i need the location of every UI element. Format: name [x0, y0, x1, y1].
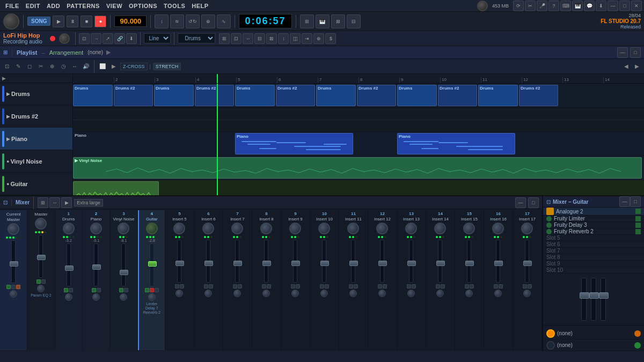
pl-tool-snap[interactable]: ⊡: [2, 62, 12, 71]
pl-tool-6[interactable]: 🔊: [81, 62, 91, 71]
drums-select[interactable]: Drums: [178, 33, 215, 43]
ch-btn-14[interactable]: [436, 284, 440, 289]
fader-master[interactable]: [37, 255, 46, 260]
none-select-1[interactable]: (none): [546, 328, 641, 339]
window-min[interactable]: —: [608, 1, 618, 11]
send-knob-17[interactable]: [523, 290, 531, 297]
pl-scrollbar-right[interactable]: ▶: [632, 62, 642, 71]
none-btn-2[interactable]: [546, 341, 555, 350]
send-knob-6[interactable]: [204, 290, 212, 297]
t2-btn-9[interactable]: ⊕: [313, 33, 324, 44]
sys-btn-7[interactable]: 💬: [584, 1, 595, 11]
ch-btn-m-5[interactable]: [180, 284, 184, 289]
pl-tool-cut[interactable]: ✂: [36, 62, 46, 71]
mixer-ch-11[interactable]: 11 Insert 11: [339, 210, 368, 350]
send-knob-current[interactable]: [10, 290, 17, 298]
pl-tool-zoom[interactable]: ⊕: [47, 62, 57, 71]
ch-btn-mute-2[interactable]: [97, 288, 101, 292]
send-knob-7[interactable]: [233, 290, 241, 297]
ch-knob-7[interactable]: [231, 223, 243, 234]
fx-slot-1[interactable]: Fruity Limiter: [543, 216, 644, 222]
play-btn[interactable]: ▶: [53, 16, 64, 27]
ch-knob-11[interactable]: [347, 223, 359, 234]
clip-drums2-5[interactable]: Drums #2: [438, 85, 477, 106]
mr-min-btn[interactable]: —: [619, 196, 630, 207]
sys-btn-8[interactable]: ⬇: [596, 1, 606, 11]
t2-btn-8[interactable]: ⇥: [302, 33, 312, 44]
ch-knob-master[interactable]: [35, 218, 47, 230]
fader-8[interactable]: [262, 261, 271, 266]
ch-knob-12[interactable]: [376, 223, 388, 234]
timeline-ruler[interactable]: 234567891011121314: [73, 74, 644, 84]
ch-knob-2[interactable]: [90, 223, 102, 234]
clip-drums-2[interactable]: Drums: [154, 85, 194, 106]
ch-btn-6[interactable]: [204, 284, 208, 289]
routing-btn[interactable]: →: [91, 33, 101, 44]
pl-scrollbar-left[interactable]: ◀: [621, 62, 631, 71]
menu-file[interactable]: FILE: [2, 2, 23, 10]
ch-btn-m-17[interactable]: [528, 284, 532, 289]
mixer-ch-3[interactable]: 3 Vinyl Noise -8.1: [110, 210, 137, 350]
menu-options[interactable]: OPTIONS: [126, 2, 160, 10]
pl-tool-draw[interactable]: ✎: [13, 62, 23, 71]
mixer-ch-15[interactable]: 15 Insert 15: [455, 210, 484, 350]
pl-tool-mute[interactable]: ◷: [58, 62, 68, 71]
pattern-btn[interactable]: ⊞: [300, 14, 314, 28]
mixer-ch-13[interactable]: 13 Insert 13: [397, 210, 426, 350]
stop-btn[interactable]: ■: [80, 16, 92, 27]
clip-guitar-1[interactable]: 🎤: [73, 181, 159, 195]
ch-knob-10[interactable]: [318, 223, 330, 234]
ch-btn-mute-4[interactable]: [155, 288, 159, 292]
ch-btn-green-master[interactable]: [36, 279, 41, 284]
content-track-vinyl[interactable]: ● Vinyl Noise ▶ Vinyl Noise: [73, 156, 644, 180]
mixer-ch-16[interactable]: 16 Insert 16: [484, 210, 513, 350]
right-fader-1[interactable]: [580, 292, 589, 299]
clip-drums2-3[interactable]: Drums #2: [276, 85, 315, 106]
mixer-ch-5[interactable]: 5 Insert 5: [165, 210, 194, 350]
ch-btn-m-6[interactable]: [209, 284, 213, 289]
clip-piano-2[interactable]: Piano: [397, 133, 515, 154]
t2-btn-6[interactable]: ↕: [278, 33, 289, 44]
fx-toggle-1[interactable]: [635, 216, 641, 221]
ch-knob-8[interactable]: [260, 223, 272, 234]
ch-knob-9[interactable]: [289, 223, 301, 234]
t2-btn-1[interactable]: ⊞: [219, 33, 230, 44]
ch-btn-mute-3[interactable]: [124, 288, 128, 292]
mixer-size-btn[interactable]: Extra large: [74, 199, 103, 206]
t2-btn-2[interactable]: ⊡: [231, 33, 241, 44]
input-btn[interactable]: ↗: [103, 33, 113, 44]
ch-btn-16[interactable]: [494, 284, 498, 289]
fx-slot-4[interactable]: Slot 5: [543, 235, 644, 241]
clip-drums-1[interactable]: Drums: [73, 85, 113, 106]
fx-slot-5[interactable]: Slot 6: [543, 241, 644, 248]
fader-13[interactable]: [407, 261, 416, 266]
mixer-ch-1[interactable]: 1 Drums -3.2: [55, 210, 83, 350]
mx-btn-2[interactable]: ↔: [49, 197, 60, 208]
send-knob-16[interactable]: [494, 290, 502, 297]
menu-tools[interactable]: TOOLS: [160, 2, 188, 10]
send-knob-9[interactable]: [291, 290, 299, 297]
record-btn[interactable]: ●: [94, 16, 106, 27]
menu-add[interactable]: ADD: [43, 2, 63, 10]
track-row-vinyl[interactable]: ● Vinyl Noise: [0, 150, 72, 173]
track-row-drums[interactable]: ▶ Drums: [0, 83, 72, 106]
mixer-ch-master[interactable]: Master Param EQ 2: [27, 210, 55, 350]
mixer-ch-9[interactable]: 9 Insert 9: [281, 210, 310, 350]
send-knob-13[interactable]: [407, 290, 415, 297]
ch-knob-current[interactable]: [8, 223, 19, 235]
volume-knob[interactable]: [59, 33, 70, 44]
window-max[interactable]: □: [619, 1, 630, 11]
t2-btn-5[interactable]: ⊠: [266, 33, 277, 44]
song-mode-btn[interactable]: SONG: [27, 17, 50, 26]
tracks-content[interactable]: Drums Drums #2 Drums Drums #2 Drums Drum…: [73, 84, 644, 195]
fader-10[interactable]: [320, 261, 329, 266]
ch-btn-m-10[interactable]: [325, 284, 329, 289]
tool-btn-3[interactable]: ↺↻: [186, 14, 200, 28]
mixer-btn[interactable]: ⊟: [347, 14, 361, 28]
mixer-ch-current[interactable]: Current Master: [0, 210, 27, 350]
piano-btn[interactable]: 🎹: [316, 14, 330, 28]
clip-drums-4[interactable]: Drums: [316, 85, 356, 106]
fader-12[interactable]: [378, 261, 387, 266]
send-knob-14[interactable]: [436, 290, 444, 297]
clip-vinyl-1[interactable]: ▶ Vinyl Noise: [73, 157, 642, 179]
